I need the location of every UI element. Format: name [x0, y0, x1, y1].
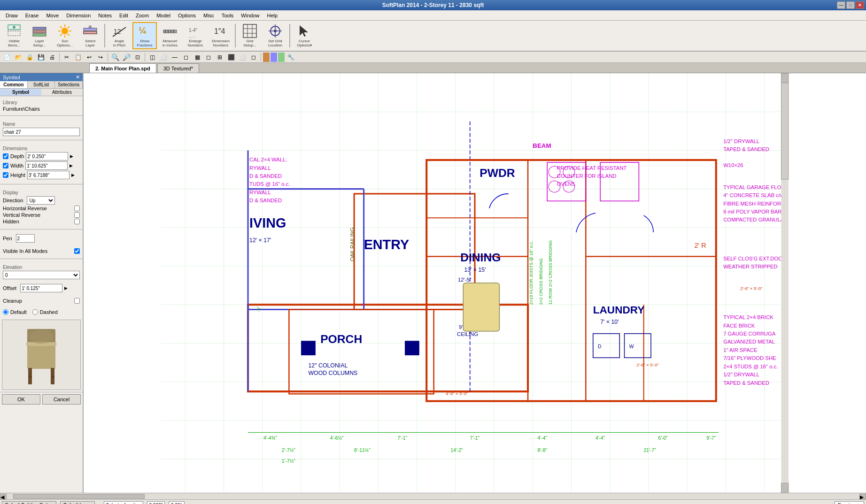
tb2-zoom-out[interactable]: 🔎 — [121, 53, 131, 62]
svg-text:W: W — [629, 344, 634, 349]
measure-in-inches-button[interactable]: Measurein Inches — [158, 22, 182, 49]
visible-items-button[interactable]: VisibleItems... — [2, 22, 26, 49]
height-arrow[interactable]: ▶ — [71, 173, 75, 177]
tb2-undo[interactable]: ↩ — [84, 53, 94, 62]
show-fractions-button[interactable]: ¼ ShowFractions — [132, 22, 157, 49]
height-checkbox[interactable] — [3, 172, 8, 178]
tb2-new[interactable]: 📄 — [2, 53, 12, 62]
default-radio[interactable] — [3, 309, 8, 315]
tb2-save[interactable]: 💾 — [36, 53, 46, 62]
depth-arrow[interactable]: ▶ — [70, 154, 73, 159]
menu-draw[interactable]: Draw — [2, 12, 22, 19]
hidden-checkbox[interactable] — [74, 219, 80, 224]
canvas-area[interactable]: BEAM IVING 12' × 17' ENTRY PWDR DINING 1… — [84, 73, 866, 493]
angle-in-pitch-button[interactable]: 12 Anglein Pitch — [107, 22, 131, 49]
panel-subtab-attributes[interactable]: Attributes — [41, 89, 83, 96]
tb2-tool8[interactable]: ⬛ — [226, 53, 236, 62]
width-arrow[interactable]: ▶ — [70, 163, 73, 168]
panel-tab-softlist[interactable]: SoftList — [28, 81, 55, 88]
menu-move[interactable]: Move — [42, 12, 62, 19]
svg-point-6 — [62, 28, 68, 34]
dashed-radio[interactable] — [32, 309, 38, 315]
svg-text:11 ROW 2×2 CROSS BRIDGING: 11 ROW 2×2 CROSS BRIDGING — [548, 240, 553, 305]
tb2-tool2[interactable]: ⬜ — [158, 53, 169, 62]
tb2-tool10[interactable]: ◻ — [248, 53, 259, 62]
default-layer-btn[interactable]: Default Layer — [60, 501, 94, 504]
maximize-button[interactable]: □ — [846, 1, 855, 9]
sun-options-button[interactable]: SunOptions... — [53, 22, 77, 49]
cleanup-checkbox[interactable] — [74, 298, 80, 304]
cursor-options-button[interactable]: CursorOptions▾ — [292, 22, 317, 49]
menu-notes[interactable]: Notes — [94, 12, 116, 19]
panel-tab-common[interactable]: Common — [0, 81, 28, 88]
panel-close-icon[interactable]: ✕ — [76, 74, 80, 80]
grid-setup-button[interactable]: GridSetup... — [238, 22, 262, 49]
tb2-lock[interactable]: 🔒 — [24, 53, 35, 62]
offset-input[interactable] — [20, 284, 62, 292]
panel-tab-selections[interactable]: Selections — [55, 81, 83, 88]
set-grid-location-button[interactable]: Set GridLocation — [263, 22, 287, 49]
panel-subtab-symbol[interactable]: Symbol — [0, 89, 41, 96]
svg-text:6'-0": 6'-0" — [658, 435, 668, 441]
tb2-tool3[interactable]: — — [170, 53, 180, 62]
width-checkbox[interactable] — [3, 163, 8, 168]
svg-text:1/2" DRYWALL: 1/2" DRYWALL — [723, 372, 759, 377]
tb2-color1[interactable] — [263, 53, 270, 62]
menu-misc[interactable]: Misc — [200, 12, 218, 19]
scroll-thumb[interactable] — [13, 494, 145, 499]
close-button[interactable]: ✕ — [856, 1, 864, 9]
direction-select[interactable]: UpDownLeftRight — [27, 196, 55, 205]
horiz-reverse-label: Horizontal Reverse — [3, 206, 72, 211]
tb2-redo[interactable]: ↪ — [95, 53, 106, 62]
scroll-right-btn[interactable]: ▶ — [859, 494, 866, 499]
enlarge-numbers-button[interactable]: 1-4"___ EnlargeNumbers — [183, 22, 208, 49]
cancel-button[interactable]: Cancel — [42, 394, 81, 405]
menu-tools[interactable]: Tools — [218, 12, 238, 19]
elevation-select[interactable]: 0 — [3, 271, 80, 279]
name-input[interactable] — [3, 128, 80, 136]
tb2-cut[interactable]: ✂ — [62, 53, 72, 62]
menu-model[interactable]: Model — [153, 12, 174, 19]
tb2-tool6[interactable]: ◻ — [203, 53, 214, 62]
layer-setup-button[interactable]: LayerSetup... — [27, 22, 52, 49]
tb2-tool5[interactable]: ▦ — [192, 53, 202, 62]
menu-erase[interactable]: Erase — [22, 12, 43, 19]
tb2-tool9[interactable]: ⬜ — [237, 53, 247, 62]
menu-zoom[interactable]: Zoom — [132, 12, 153, 19]
tb2-zoom-in[interactable]: 🔍 — [110, 53, 120, 62]
vert-reverse-checkbox[interactable] — [74, 212, 80, 218]
offset-arrow[interactable]: ▶ — [64, 286, 68, 290]
menu-options[interactable]: Options — [174, 12, 200, 19]
visible-modes-checkbox[interactable] — [74, 248, 80, 254]
tb2-open[interactable]: 📂 — [13, 53, 23, 62]
menu-help[interactable]: Help — [263, 12, 281, 19]
horiz-reverse-checkbox[interactable] — [74, 206, 80, 211]
dimension-numbers-button[interactable]: 1″4 DimensionNumbers — [209, 22, 233, 49]
drawing-mode-select[interactable]: Drawing — [835, 501, 864, 504]
tb2-settings[interactable]: 🔧 — [286, 53, 296, 62]
menu-edit[interactable]: Edit — [116, 12, 132, 19]
menu-window[interactable]: Window — [237, 12, 263, 19]
tb2-copy[interactable]: 📋 — [73, 53, 83, 62]
tb2-fit[interactable]: ⊡ — [132, 53, 143, 62]
tb2-print[interactable]: 🖨 — [47, 53, 57, 62]
width-input[interactable] — [25, 161, 68, 170]
ok-button[interactable]: OK — [2, 394, 40, 405]
tb2-color3[interactable] — [278, 53, 285, 62]
depth-input[interactable] — [26, 152, 68, 160]
height-input[interactable] — [27, 171, 70, 179]
pen-input[interactable] — [16, 234, 35, 243]
tb2-tool1[interactable]: ◫ — [147, 53, 157, 62]
menu-dimension[interactable]: Dimension — [62, 12, 94, 19]
tab-3d-textured[interactable]: 3D Textured* — [157, 63, 199, 73]
tb2-tool4[interactable]: ◻ — [181, 53, 191, 62]
scroll-left-btn[interactable]: ◀ — [0, 494, 7, 499]
tab-main-floor[interactable]: 2. Main Floor Plan.spd — [89, 63, 156, 73]
select-layer-button[interactable]: SelectLayer — [78, 22, 102, 49]
minimize-button[interactable]: — — [837, 1, 845, 9]
tb2-tool7[interactable]: ⊞ — [215, 53, 225, 62]
horizontal-scrollbar[interactable]: ◀ ▶ — [0, 493, 866, 499]
depth-checkbox[interactable] — [3, 153, 8, 159]
tb2-color2[interactable] — [271, 53, 277, 62]
default-building-option-btn[interactable]: Default Building Option — [2, 501, 56, 504]
